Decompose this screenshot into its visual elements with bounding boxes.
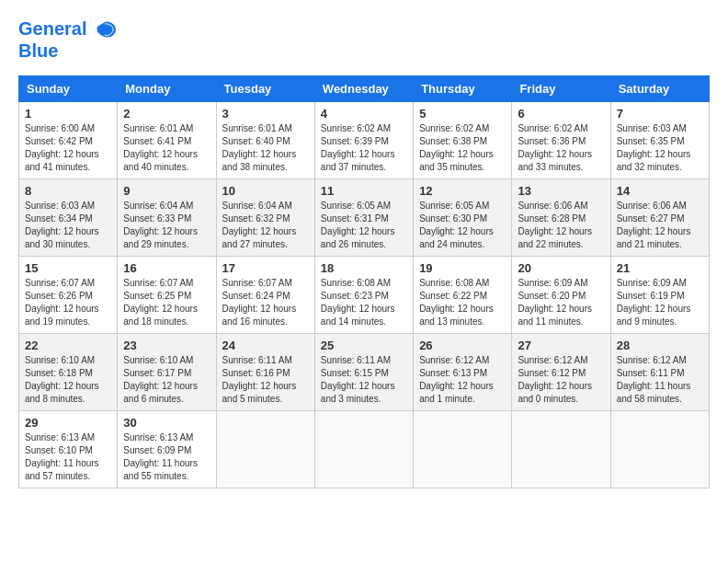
logo-blue: Blue (18, 40, 118, 61)
day-number: 2 (123, 107, 210, 121)
daylight: Daylight: 12 hours and 8 minutes. (25, 380, 111, 406)
daylight: Daylight: 12 hours and 0 minutes. (518, 380, 604, 406)
sunset: Sunset: 6:22 PM (419, 290, 506, 303)
sunrise: Sunrise: 6:07 AM (222, 277, 309, 290)
day-info: Sunrise: 6:02 AM Sunset: 6:36 PM Dayligh… (518, 122, 604, 174)
calendar-week-row: 22 Sunrise: 6:10 AM Sunset: 6:18 PM Dayl… (19, 333, 710, 410)
day-info: Sunrise: 6:06 AM Sunset: 6:27 PM Dayligh… (617, 200, 703, 251)
day-number: 25 (321, 339, 407, 352)
day-info: Sunrise: 6:04 AM Sunset: 6:32 PM Dayligh… (222, 200, 309, 251)
day-number: 16 (123, 261, 210, 275)
sunrise: Sunrise: 6:03 AM (25, 200, 111, 213)
daylight: Daylight: 12 hours and 9 minutes. (617, 303, 703, 328)
calendar-cell: 16 Sunrise: 6:07 AM Sunset: 6:25 PM Dayl… (118, 256, 216, 333)
sunset: Sunset: 6:42 PM (25, 135, 111, 148)
calendar-week-row: 29 Sunrise: 6:13 AM Sunset: 6:10 PM Dayl… (19, 410, 710, 488)
calendar-cell (414, 410, 512, 488)
sunset: Sunset: 6:32 PM (222, 213, 309, 225)
calendar-cell (216, 410, 314, 488)
day-info: Sunrise: 6:00 AM Sunset: 6:42 PM Dayligh… (25, 122, 111, 174)
day-info: Sunrise: 6:02 AM Sunset: 6:38 PM Dayligh… (419, 122, 506, 174)
sunrise: Sunrise: 6:02 AM (518, 122, 604, 135)
sunset: Sunset: 6:13 PM (419, 367, 506, 380)
sunrise: Sunrise: 6:11 AM (222, 354, 309, 367)
day-number: 18 (321, 261, 407, 275)
day-info: Sunrise: 6:09 AM Sunset: 6:19 PM Dayligh… (617, 277, 703, 328)
daylight: Daylight: 12 hours and 18 minutes. (123, 303, 210, 328)
sunrise: Sunrise: 6:06 AM (518, 200, 604, 213)
weekday-header-thursday: Thursday (414, 75, 512, 101)
calendar-cell (512, 410, 610, 488)
sunrise: Sunrise: 6:12 AM (419, 354, 506, 367)
calendar-cell: 30 Sunrise: 6:13 AM Sunset: 6:09 PM Dayl… (118, 410, 216, 488)
calendar-cell: 17 Sunrise: 6:07 AM Sunset: 6:24 PM Dayl… (216, 256, 314, 333)
calendar-week-row: 8 Sunrise: 6:03 AM Sunset: 6:34 PM Dayli… (19, 178, 710, 256)
sunset: Sunset: 6:24 PM (222, 290, 309, 303)
calendar-cell: 20 Sunrise: 6:09 AM Sunset: 6:20 PM Dayl… (512, 256, 610, 333)
sunset: Sunset: 6:36 PM (518, 135, 604, 148)
sunset: Sunset: 6:34 PM (25, 213, 111, 225)
sunset: Sunset: 6:41 PM (123, 135, 210, 148)
daylight: Daylight: 12 hours and 3 minutes. (321, 380, 407, 406)
calendar-cell: 23 Sunrise: 6:10 AM Sunset: 6:17 PM Dayl… (118, 333, 216, 410)
day-number: 6 (518, 107, 604, 121)
sunrise: Sunrise: 6:10 AM (123, 354, 210, 367)
weekday-header-wednesday: Wednesday (314, 75, 413, 101)
day-info: Sunrise: 6:02 AM Sunset: 6:39 PM Dayligh… (321, 122, 407, 174)
sunrise: Sunrise: 6:07 AM (25, 277, 111, 290)
calendar-cell: 1 Sunrise: 6:00 AM Sunset: 6:42 PM Dayli… (19, 101, 118, 178)
daylight: Daylight: 12 hours and 27 minutes. (222, 225, 309, 251)
calendar-week-row: 15 Sunrise: 6:07 AM Sunset: 6:26 PM Dayl… (19, 256, 710, 333)
sunrise: Sunrise: 6:13 AM (123, 431, 210, 444)
day-number: 10 (222, 184, 309, 198)
calendar-cell: 6 Sunrise: 6:02 AM Sunset: 6:36 PM Dayli… (512, 101, 610, 178)
daylight: Daylight: 12 hours and 22 minutes. (518, 225, 604, 251)
day-info: Sunrise: 6:12 AM Sunset: 6:11 PM Dayligh… (617, 354, 703, 406)
sunrise: Sunrise: 6:12 AM (518, 354, 604, 367)
sunset: Sunset: 6:19 PM (617, 290, 703, 303)
sunset: Sunset: 6:31 PM (321, 213, 407, 225)
calendar-cell: 8 Sunrise: 6:03 AM Sunset: 6:34 PM Dayli… (19, 178, 118, 256)
calendar-cell: 14 Sunrise: 6:06 AM Sunset: 6:27 PM Dayl… (610, 178, 709, 256)
day-info: Sunrise: 6:07 AM Sunset: 6:25 PM Dayligh… (123, 277, 210, 328)
day-number: 5 (419, 107, 506, 121)
sunset: Sunset: 6:26 PM (25, 290, 111, 303)
sunrise: Sunrise: 6:04 AM (222, 200, 309, 213)
daylight: Daylight: 12 hours and 37 minutes. (321, 148, 407, 174)
sunset: Sunset: 6:38 PM (419, 135, 506, 148)
daylight: Daylight: 12 hours and 33 minutes. (518, 148, 604, 174)
day-number: 29 (25, 416, 111, 430)
calendar-cell: 5 Sunrise: 6:02 AM Sunset: 6:38 PM Dayli… (414, 101, 512, 178)
daylight: Daylight: 12 hours and 21 minutes. (617, 225, 703, 251)
day-info: Sunrise: 6:08 AM Sunset: 6:23 PM Dayligh… (321, 277, 407, 328)
day-number: 26 (419, 339, 506, 352)
day-info: Sunrise: 6:12 AM Sunset: 6:13 PM Dayligh… (419, 354, 506, 406)
day-info: Sunrise: 6:08 AM Sunset: 6:22 PM Dayligh… (419, 277, 506, 328)
day-number: 3 (222, 107, 309, 121)
day-info: Sunrise: 6:07 AM Sunset: 6:26 PM Dayligh… (25, 277, 111, 328)
sunset: Sunset: 6:12 PM (518, 367, 604, 380)
sunrise: Sunrise: 6:07 AM (123, 277, 210, 290)
sunrise: Sunrise: 6:02 AM (419, 122, 506, 135)
daylight: Daylight: 12 hours and 24 minutes. (419, 225, 506, 251)
calendar-cell: 4 Sunrise: 6:02 AM Sunset: 6:39 PM Dayli… (314, 101, 413, 178)
day-info: Sunrise: 6:10 AM Sunset: 6:18 PM Dayligh… (25, 354, 111, 406)
daylight: Daylight: 12 hours and 19 minutes. (25, 303, 111, 328)
daylight: Daylight: 12 hours and 14 minutes. (321, 303, 407, 328)
daylight: Daylight: 12 hours and 35 minutes. (419, 148, 506, 174)
calendar-cell: 3 Sunrise: 6:01 AM Sunset: 6:40 PM Dayli… (216, 101, 314, 178)
day-number: 11 (321, 184, 407, 198)
calendar-cell: 12 Sunrise: 6:05 AM Sunset: 6:30 PM Dayl… (414, 178, 512, 256)
sunrise: Sunrise: 6:08 AM (321, 277, 407, 290)
sunset: Sunset: 6:20 PM (518, 290, 604, 303)
calendar-cell: 22 Sunrise: 6:10 AM Sunset: 6:18 PM Dayl… (19, 333, 118, 410)
calendar-cell: 26 Sunrise: 6:12 AM Sunset: 6:13 PM Dayl… (414, 333, 512, 410)
weekday-header-row: SundayMondayTuesdayWednesdayThursdayFrid… (19, 75, 710, 101)
day-number: 9 (123, 184, 210, 198)
day-info: Sunrise: 6:13 AM Sunset: 6:09 PM Dayligh… (123, 431, 210, 483)
day-info: Sunrise: 6:13 AM Sunset: 6:10 PM Dayligh… (25, 431, 111, 483)
daylight: Daylight: 12 hours and 1 minute. (419, 380, 506, 406)
day-number: 20 (518, 261, 604, 275)
sunrise: Sunrise: 6:13 AM (25, 431, 111, 444)
day-info: Sunrise: 6:11 AM Sunset: 6:16 PM Dayligh… (222, 354, 309, 406)
